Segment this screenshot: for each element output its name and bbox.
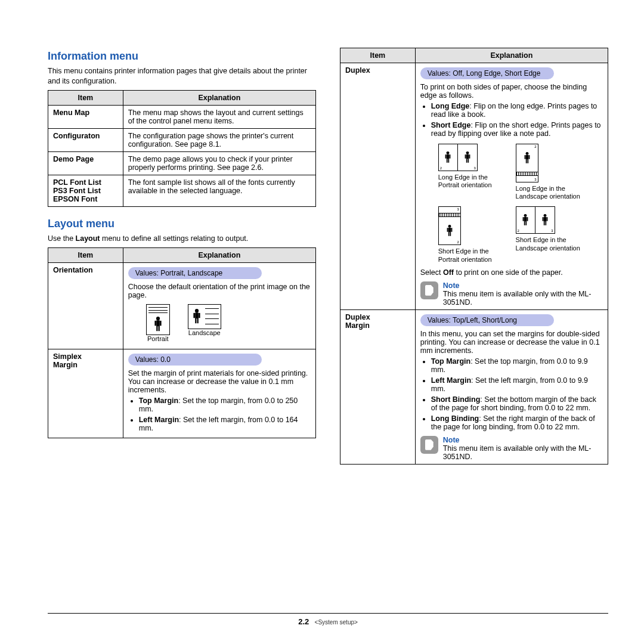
duplex-table: Item Explanation Duplex Values: Off, Lon…: [340, 48, 608, 465]
th-item: Item: [340, 48, 416, 63]
values-pill: Values: 0.0: [128, 354, 262, 366]
th-explanation: Explanation: [123, 90, 315, 105]
layout-table: Item Explanation Orientation Values: Por…: [48, 247, 316, 438]
table-row: Demo Page The demo page allows you to ch…: [48, 151, 316, 175]
page-footer: 2.2 <System setup>: [48, 613, 608, 644]
short-edge-landscape-diagram: 2 3 Short Edge in theLandscape orientati…: [516, 206, 580, 263]
table-row: PCL Font List PS3 Font List EPSON Font T…: [48, 175, 316, 206]
left-column: Information menu This menu contains prin…: [48, 48, 316, 601]
info-heading: Information menu: [48, 50, 316, 63]
th-item: Item: [48, 90, 123, 105]
values-pill: Values: Top/Left, Short/Long: [420, 314, 554, 326]
layout-intro: Use the Layout menu to define all settin…: [48, 234, 316, 244]
table-row: Orientation Values: Portrait, Landscape …: [48, 262, 316, 349]
th-item: Item: [48, 247, 123, 262]
portrait-diagram: Portrait: [146, 304, 170, 342]
values-pill: Values: Portrait, Landscape: [128, 267, 262, 279]
table-row: Duplex Values: Off, Long Edge, Short Edg…: [340, 63, 608, 310]
note-icon: [420, 281, 438, 299]
info-table: Item Explanation Menu Map The menu map s…: [48, 90, 316, 207]
table-row: Duplex Margin Values: Top/Left, Short/Lo…: [340, 309, 608, 464]
long-edge-landscape-diagram: 2 3 Long Edge in theLandscape orientatio…: [516, 144, 580, 200]
table-row: Simplex Margin Values: 0.0 Set the margi…: [48, 349, 316, 438]
th-explanation: Explanation: [123, 247, 315, 262]
values-pill: Values: Off, Long Edge, Short Edge: [420, 67, 554, 79]
section-label: <System setup>: [315, 619, 358, 626]
info-intro: This menu contains printer information p…: [48, 66, 316, 86]
layout-heading: Layout menu: [48, 218, 316, 230]
table-row: Configuraton The configuration page show…: [48, 128, 316, 151]
note-icon: [420, 436, 438, 454]
note: Note This menu item is available only wi…: [420, 436, 603, 461]
right-column: Item Explanation Duplex Values: Off, Lon…: [340, 48, 608, 601]
landscape-diagram: Landscape: [188, 304, 221, 342]
page-number: 2.2: [298, 617, 309, 626]
note: Note This menu item is available only wi…: [420, 281, 603, 306]
short-edge-portrait-diagram: 3 2 Short Edge in thePortrait orientatio…: [438, 206, 492, 263]
th-explanation: Explanation: [415, 48, 608, 63]
table-row: Menu Map The menu map shows the layout a…: [48, 105, 316, 128]
long-edge-portrait-diagram: 2 3 Long Edge in thePortrait orientation: [438, 144, 492, 200]
